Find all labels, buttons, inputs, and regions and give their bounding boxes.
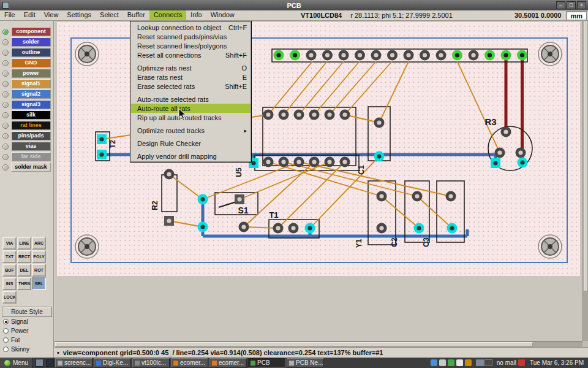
tool-insert[interactable]: INS xyxy=(2,277,17,290)
radio-skinny[interactable] xyxy=(3,347,9,352)
layer-button-silk[interactable]: silk xyxy=(11,110,51,120)
layer-radio-component[interactable] xyxy=(2,29,9,35)
radio-signal[interactable] xyxy=(3,319,9,324)
layer-button-signal1[interactable]: signal1 xyxy=(11,79,51,88)
menu-connects[interactable]: Connects xyxy=(149,10,186,20)
menu-item-lookup-connection[interactable]: Lookup connection to object Ctrl+F xyxy=(131,23,251,32)
menu-view[interactable]: View xyxy=(40,10,63,20)
screenshot-launcher-icon[interactable] xyxy=(36,359,43,367)
minimize-icon[interactable]: – xyxy=(556,1,565,9)
maximize-icon[interactable]: □ xyxy=(567,1,576,9)
tool-poly[interactable]: POLY xyxy=(32,250,46,263)
layer-radio-vias[interactable] xyxy=(2,144,9,150)
horizontal-scrollbar-thumb[interactable] xyxy=(55,342,533,347)
menu-settings[interactable]: Settings xyxy=(62,10,96,20)
layer-list: component solder outline GND power signa… xyxy=(0,21,53,172)
layer-radio-pins-pads[interactable] xyxy=(2,133,9,139)
route-style-title[interactable]: Route Style xyxy=(2,307,52,317)
tool-arc[interactable]: ARC xyxy=(32,237,46,250)
menu-file[interactable]: File xyxy=(0,10,20,20)
taskbar-window-digikey[interactable]: Digi-Ke... xyxy=(94,358,131,367)
tool-rect[interactable]: RECT xyxy=(17,250,31,263)
tool-text[interactable]: TXT xyxy=(2,250,17,263)
workspace-1[interactable] xyxy=(476,359,484,366)
radio-power[interactable] xyxy=(3,328,9,334)
tool-buffer[interactable]: BUF xyxy=(2,264,17,277)
layer-button-signal3[interactable]: signal3 xyxy=(11,100,51,109)
menu-select[interactable]: Select xyxy=(96,10,123,20)
menu-item-rip-up-auto-routed[interactable]: Rip up all auto-routed tracks xyxy=(131,113,251,122)
layer-button-power[interactable]: power xyxy=(11,69,51,78)
desktop-menu-button[interactable]: Menu xyxy=(0,358,33,368)
tray-icon-1[interactable] xyxy=(431,359,437,366)
tool-line[interactable]: LINE xyxy=(17,237,31,250)
menu-item-reset-scanned-lines[interactable]: Reset scanned lines/polygons xyxy=(131,41,251,50)
menu-item-optimize-routed-tracks[interactable]: Optimize routed tracks ▸ xyxy=(131,126,251,135)
menu-item-auto-route-all-rats[interactable]: Auto-route all rats xyxy=(131,104,251,113)
tool-delete[interactable]: DEL xyxy=(17,264,31,277)
menu-item-apply-vendor-drill-mapping[interactable]: Apply vendor drill mapping xyxy=(131,151,251,161)
tool-select[interactable]: SEL xyxy=(32,277,46,290)
tool-via[interactable]: VIA xyxy=(2,237,17,250)
menu-item-reset-all-connections[interactable]: Reset all connections Shift+F xyxy=(131,50,251,59)
route-style-skinny[interactable]: Skinny xyxy=(2,345,52,354)
layer-radio-signal2[interactable] xyxy=(2,91,9,98)
vertical-scrollbar-thumb[interactable] xyxy=(584,21,588,291)
layer-button-gnd[interactable]: GND xyxy=(11,58,51,67)
horizontal-scrollbar[interactable] xyxy=(55,341,582,347)
layer-button-rat-lines[interactable]: rat lines xyxy=(11,121,51,130)
tray-icon-3[interactable] xyxy=(448,359,454,366)
menu-item-optimize-rats-nest[interactable]: Optimize rats nest O xyxy=(131,63,251,72)
layer-button-solder[interactable]: solder xyxy=(11,37,51,47)
layer-button-vias[interactable]: vias xyxy=(11,142,51,151)
layer-radio-far-side[interactable] xyxy=(2,154,9,160)
taskbar-window-ecomer-2[interactable]: ecomer... xyxy=(209,358,247,367)
layer-radio-outline[interactable] xyxy=(2,50,9,56)
desktop-menu-icon xyxy=(4,360,10,366)
terminal-launcher-icon[interactable] xyxy=(46,359,54,367)
layer-radio-power[interactable] xyxy=(2,71,9,77)
layer-button-signal2[interactable]: signal2 xyxy=(11,90,51,99)
layer-radio-silk[interactable] xyxy=(2,112,9,118)
route-style-signal[interactable]: Signal xyxy=(2,317,52,326)
route-style-fat[interactable]: Fat xyxy=(2,335,52,345)
workspace-2[interactable] xyxy=(484,359,492,366)
layer-row-power: power xyxy=(0,68,53,79)
close-icon[interactable]: × xyxy=(577,1,586,9)
vertical-scrollbar[interactable] xyxy=(582,21,588,341)
taskbar-window-screenc[interactable]: screenc... xyxy=(55,358,92,367)
taskbar-window-ecomer-1[interactable]: ecomer... xyxy=(171,358,208,367)
layer-radio-gnd[interactable] xyxy=(2,60,9,66)
route-style-power[interactable]: Power xyxy=(2,326,52,335)
menu-info[interactable]: Info xyxy=(186,10,206,20)
layer-radio-rat-lines[interactable] xyxy=(2,123,9,129)
taskbar-window-vt100lc[interactable]: vt100lc... xyxy=(132,358,170,367)
layer-radio-solder[interactable] xyxy=(2,39,9,45)
menu-item-auto-route-selected-rats[interactable]: Auto-route selected rats xyxy=(131,94,251,104)
layer-radio-signal3[interactable] xyxy=(2,102,9,108)
menu-item-erase-rats-nest[interactable]: Erase rats nest E xyxy=(131,72,251,82)
radio-fat[interactable] xyxy=(3,337,9,343)
layer-button-pins-pads[interactable]: pins/pads xyxy=(11,131,51,140)
menu-item-reset-scanned-pads[interactable]: Reset scanned pads/pins/vias xyxy=(131,32,251,41)
layer-button-far-side[interactable]: far side xyxy=(11,152,51,161)
tray-icon-2[interactable] xyxy=(439,359,446,366)
layer-radio-signal1[interactable] xyxy=(2,81,9,87)
menu-window[interactable]: Window xyxy=(206,10,239,20)
layer-button-component[interactable]: component xyxy=(11,27,51,36)
taskbar-window-pcb[interactable]: PCB xyxy=(248,358,285,367)
taskbar-window-pcb-netlist[interactable]: PCB Ne... xyxy=(287,358,324,367)
tool-thermal[interactable]: THRM xyxy=(17,277,31,290)
menu-buffer[interactable]: Buffer xyxy=(123,10,149,20)
tray-icon-4[interactable] xyxy=(456,359,463,366)
menu-item-design-rule-checker[interactable]: Design Rule Checker xyxy=(131,139,251,148)
layer-button-outline[interactable]: outline xyxy=(11,48,51,57)
tool-rotate[interactable]: ROT xyxy=(32,264,46,277)
layer-radio-solder-mask[interactable] xyxy=(2,164,9,171)
tool-lock[interactable]: LOCK xyxy=(2,291,17,304)
tray-icon-5[interactable] xyxy=(465,359,472,366)
tray-icon-6[interactable] xyxy=(518,359,525,366)
menu-item-erase-selected-rats[interactable]: Erase selected rats Shift+E xyxy=(131,82,251,91)
layer-button-solder-mask[interactable]: solder mask xyxy=(11,163,51,172)
menu-edit[interactable]: Edit xyxy=(20,10,40,20)
